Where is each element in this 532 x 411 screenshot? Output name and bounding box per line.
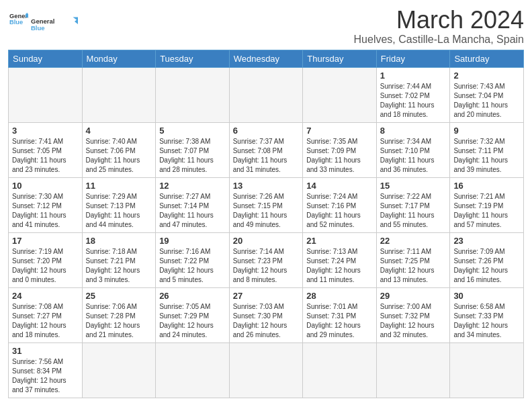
day-number: 13 — [233, 181, 300, 191]
week-row-6: 31Sunrise: 7:56 AMSunset: 8:34 PMDayligh… — [9, 342, 524, 398]
day-info: Sunrise: 7:18 AMSunset: 7:21 PMDaylight:… — [86, 247, 152, 285]
day-info: Sunrise: 7:16 AMSunset: 7:22 PMDaylight:… — [159, 247, 226, 285]
day-number: 12 — [159, 181, 226, 191]
calendar-cell: 19Sunrise: 7:16 AMSunset: 7:22 PMDayligh… — [156, 232, 230, 287]
calendar-cell: 31Sunrise: 7:56 AMSunset: 8:34 PMDayligh… — [9, 342, 83, 398]
day-number: 14 — [306, 181, 373, 191]
day-info: Sunrise: 7:41 AMSunset: 7:05 PMDaylight:… — [12, 137, 79, 175]
svg-text:General: General — [31, 17, 54, 25]
calendar-cell: 10Sunrise: 7:30 AMSunset: 7:12 PMDayligh… — [9, 177, 83, 232]
svg-text:Blue: Blue — [31, 24, 45, 32]
calendar-cell: 17Sunrise: 7:19 AMSunset: 7:20 PMDayligh… — [9, 232, 83, 287]
day-number: 18 — [86, 236, 152, 246]
week-row-5: 24Sunrise: 7:08 AMSunset: 7:27 PMDayligh… — [9, 287, 524, 342]
calendar-cell — [82, 67, 156, 122]
calendar-cell — [229, 67, 303, 122]
calendar-cell: 22Sunrise: 7:11 AMSunset: 7:25 PMDayligh… — [376, 232, 450, 287]
day-info: Sunrise: 7:37 AMSunset: 7:08 PMDaylight:… — [233, 137, 300, 175]
logo: General Blue General Blue — [8, 9, 78, 39]
day-number: 8 — [380, 126, 447, 136]
day-info: Sunrise: 7:34 AMSunset: 7:10 PMDaylight:… — [380, 137, 447, 175]
calendar-table: SundayMondayTuesdayWednesdayThursdayFrid… — [8, 50, 524, 398]
day-number: 26 — [159, 291, 226, 301]
day-number: 20 — [233, 236, 300, 246]
day-number: 31 — [12, 346, 79, 356]
day-info: Sunrise: 7:38 AMSunset: 7:07 PMDaylight:… — [159, 137, 226, 175]
day-info: Sunrise: 7:30 AMSunset: 7:12 PMDaylight:… — [12, 192, 79, 230]
day-info: Sunrise: 7:14 AMSunset: 7:23 PMDaylight:… — [233, 247, 300, 285]
day-info: Sunrise: 7:00 AMSunset: 7:32 PMDaylight:… — [380, 302, 447, 340]
calendar-cell: 6Sunrise: 7:37 AMSunset: 7:08 PMDaylight… — [229, 122, 303, 177]
day-number: 2 — [453, 71, 520, 81]
calendar-cell — [156, 67, 230, 122]
calendar-cell: 16Sunrise: 7:21 AMSunset: 7:19 PMDayligh… — [450, 177, 524, 232]
day-info: Sunrise: 7:06 AMSunset: 7:28 PMDaylight:… — [86, 302, 152, 340]
svg-marker-8 — [75, 19, 78, 24]
calendar-cell: 15Sunrise: 7:22 AMSunset: 7:17 PMDayligh… — [376, 177, 450, 232]
day-header-friday: Friday — [376, 50, 450, 67]
day-info: Sunrise: 7:29 AMSunset: 7:13 PMDaylight:… — [86, 192, 152, 230]
day-info: Sunrise: 7:43 AMSunset: 7:04 PMDaylight:… — [453, 82, 520, 120]
calendar-cell: 21Sunrise: 7:13 AMSunset: 7:24 PMDayligh… — [303, 232, 377, 287]
calendar-cell: 28Sunrise: 7:01 AMSunset: 7:31 PMDayligh… — [303, 287, 377, 342]
calendar-cell: 9Sunrise: 7:32 AMSunset: 7:11 PMDaylight… — [450, 122, 524, 177]
day-header-sunday: Sunday — [9, 50, 83, 67]
calendar-cell: 23Sunrise: 7:09 AMSunset: 7:26 PMDayligh… — [450, 232, 524, 287]
calendar-cell: 4Sunrise: 7:40 AMSunset: 7:06 PMDaylight… — [82, 122, 156, 177]
day-header-wednesday: Wednesday — [229, 50, 303, 67]
calendar-cell: 26Sunrise: 7:05 AMSunset: 7:29 PMDayligh… — [156, 287, 230, 342]
day-info: Sunrise: 7:09 AMSunset: 7:26 PMDaylight:… — [453, 247, 520, 285]
day-number: 4 — [86, 126, 152, 136]
day-info: Sunrise: 7:05 AMSunset: 7:29 PMDaylight:… — [159, 302, 226, 340]
location-title: Huelves, Castille-La Mancha, Spain — [354, 34, 524, 46]
day-info: Sunrise: 7:35 AMSunset: 7:09 PMDaylight:… — [306, 137, 373, 175]
day-number: 11 — [86, 181, 152, 191]
day-number: 24 — [12, 291, 79, 301]
day-info: Sunrise: 7:03 AMSunset: 7:30 PMDaylight:… — [233, 302, 300, 340]
svg-text:General: General — [9, 13, 28, 19]
day-number: 9 — [453, 126, 520, 136]
day-number: 7 — [306, 126, 373, 136]
day-number: 28 — [306, 291, 373, 301]
day-info: Sunrise: 7:22 AMSunset: 7:17 PMDaylight:… — [380, 192, 447, 230]
logo-area: General Blue General Blue — [8, 7, 78, 39]
day-number: 3 — [12, 126, 79, 136]
calendar-cell — [376, 342, 450, 398]
day-header-saturday: Saturday — [450, 50, 524, 67]
calendar-cell: 13Sunrise: 7:26 AMSunset: 7:15 PMDayligh… — [229, 177, 303, 232]
header-area: General Blue General Blue March 2024 Hue… — [8, 7, 524, 46]
day-info: Sunrise: 7:44 AMSunset: 7:02 PMDaylight:… — [380, 82, 447, 120]
week-row-3: 10Sunrise: 7:30 AMSunset: 7:12 PMDayligh… — [9, 177, 524, 232]
day-number: 10 — [12, 181, 79, 191]
day-header-monday: Monday — [82, 50, 156, 67]
day-number: 22 — [380, 236, 447, 246]
week-row-2: 3Sunrise: 7:41 AMSunset: 7:05 PMDaylight… — [9, 122, 524, 177]
day-info: Sunrise: 7:40 AMSunset: 7:06 PMDaylight:… — [86, 137, 152, 175]
month-title: March 2024 — [354, 7, 524, 34]
calendar-cell: 2Sunrise: 7:43 AMSunset: 7:04 PMDaylight… — [450, 67, 524, 122]
calendar-cell — [303, 67, 377, 122]
day-info: Sunrise: 7:01 AMSunset: 7:31 PMDaylight:… — [306, 302, 373, 340]
calendar-cell — [450, 342, 524, 398]
day-number: 1 — [380, 71, 447, 81]
day-number: 5 — [159, 126, 226, 136]
calendar-cell — [303, 342, 377, 398]
calendar-cell — [9, 67, 83, 122]
day-info: Sunrise: 7:56 AMSunset: 8:34 PMDaylight:… — [12, 357, 79, 395]
day-number: 27 — [233, 291, 300, 301]
day-number: 16 — [453, 181, 520, 191]
page: General Blue General Blue March 2024 Hue… — [0, 0, 532, 405]
calendar-cell: 8Sunrise: 7:34 AMSunset: 7:10 PMDaylight… — [376, 122, 450, 177]
day-info: Sunrise: 7:19 AMSunset: 7:20 PMDaylight:… — [12, 247, 79, 285]
calendar-cell: 20Sunrise: 7:14 AMSunset: 7:23 PMDayligh… — [229, 232, 303, 287]
calendar-cell: 29Sunrise: 7:00 AMSunset: 7:32 PMDayligh… — [376, 287, 450, 342]
day-number: 23 — [453, 236, 520, 246]
calendar-cell: 3Sunrise: 7:41 AMSunset: 7:05 PMDaylight… — [9, 122, 83, 177]
day-info: Sunrise: 7:13 AMSunset: 7:24 PMDaylight:… — [306, 247, 373, 285]
day-info: Sunrise: 7:11 AMSunset: 7:25 PMDaylight:… — [380, 247, 447, 285]
week-row-4: 17Sunrise: 7:19 AMSunset: 7:20 PMDayligh… — [9, 232, 524, 287]
day-info: Sunrise: 7:27 AMSunset: 7:14 PMDaylight:… — [159, 192, 226, 230]
day-header-thursday: Thursday — [303, 50, 377, 67]
day-number: 30 — [453, 291, 520, 301]
day-info: Sunrise: 7:24 AMSunset: 7:16 PMDaylight:… — [306, 192, 373, 230]
